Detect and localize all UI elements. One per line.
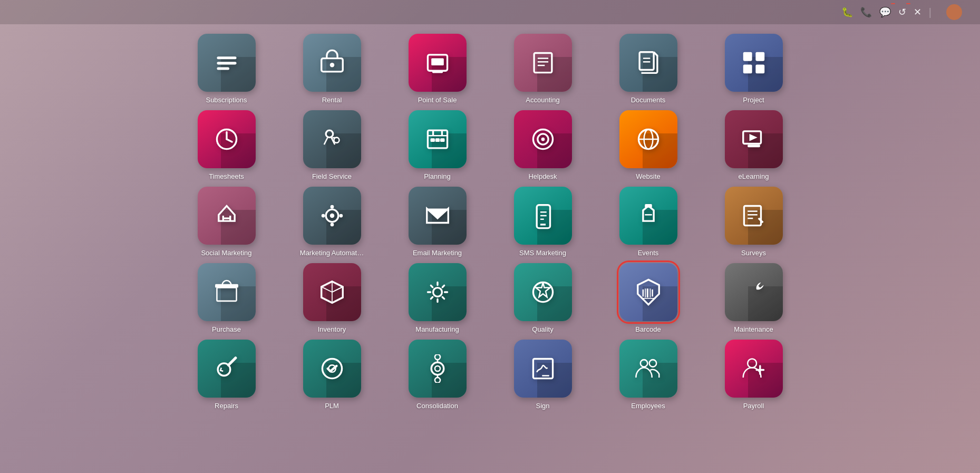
app-label-project: Project — [743, 96, 764, 105]
app-label-events: Events — [638, 249, 659, 258]
svg-point-73 — [433, 287, 442, 296]
chat-icon[interactable]: 💬 — [879, 6, 891, 18]
svg-rect-32 — [435, 138, 439, 142]
svg-rect-31 — [430, 138, 434, 142]
svg-rect-15 — [743, 52, 752, 61]
app-icon-planning — [409, 110, 467, 168]
svg-rect-62 — [744, 206, 761, 225]
app-label-inventory: Inventory — [318, 325, 346, 334]
app-item-elearning[interactable]: eLearning — [706, 110, 801, 181]
app-item-field-service[interactable]: Field Service — [285, 110, 380, 181]
app-label-marketing-automation: Marketing Automat… — [300, 249, 364, 258]
app-label-timesheets: Timesheets — [209, 172, 244, 181]
app-item-inventory[interactable]: Inventory — [285, 263, 380, 334]
app-icon-barcode — [619, 263, 677, 321]
app-item-helpdesk[interactable]: Helpdesk — [496, 110, 590, 181]
app-icon-timesheets — [198, 110, 256, 168]
app-item-accounting[interactable]: Accounting — [496, 34, 590, 105]
svg-line-71 — [332, 287, 343, 292]
svg-point-36 — [541, 138, 545, 141]
app-item-surveys[interactable]: Surveys — [706, 187, 801, 258]
app-item-project[interactable]: Project — [706, 34, 801, 105]
app-item-consolidation[interactable]: Consolidation — [390, 340, 485, 411]
app-icon-accounting — [514, 34, 572, 92]
app-icon-quality — [514, 263, 572, 321]
svg-point-48 — [330, 205, 334, 209]
app-item-payroll[interactable]: Payroll — [706, 340, 801, 411]
svg-marker-41 — [749, 134, 757, 141]
app-icon-employees — [619, 340, 677, 398]
app-item-point-of-sale[interactable]: Point of Sale — [390, 34, 485, 105]
svg-point-22 — [326, 130, 333, 138]
settings-icon[interactable]: ✕ — [914, 6, 921, 18]
app-label-plm: PLM — [325, 402, 339, 411]
app-icon-point-of-sale — [409, 34, 467, 92]
topbar: 🐛 📞 💬 ↺ ✕ | — [0, 0, 980, 24]
app-item-documents[interactable]: Documents — [601, 34, 696, 105]
app-item-email-marketing[interactable]: Email Marketing — [390, 187, 485, 258]
svg-rect-18 — [755, 64, 764, 73]
app-item-subscriptions[interactable]: Subscriptions — [179, 34, 274, 105]
app-label-repairs: Repairs — [215, 402, 238, 411]
app-label-quality: Quality — [532, 325, 553, 334]
app-icon-social-marketing — [198, 187, 256, 245]
app-item-maintenance[interactable]: Maintenance — [706, 263, 801, 334]
app-label-documents: Documents — [631, 96, 666, 105]
app-label-manufacturing: Manufacturing — [415, 325, 459, 334]
app-item-barcode[interactable]: Barcode — [601, 263, 696, 334]
app-label-purchase: Purchase — [212, 325, 241, 334]
app-icon-sms-marketing — [514, 187, 572, 245]
app-icon-website — [619, 110, 677, 168]
app-label-surveys: Surveys — [741, 249, 766, 258]
app-label-email-marketing: Email Marketing — [413, 249, 462, 258]
app-item-purchase[interactable]: Purchase — [179, 263, 274, 334]
app-item-quality[interactable]: Quality — [496, 263, 590, 334]
app-item-sign[interactable]: Sign — [496, 340, 590, 411]
app-icon-inventory — [303, 263, 361, 321]
app-icon-helpdesk — [514, 110, 572, 168]
app-item-events[interactable]: Events — [601, 187, 696, 258]
svg-point-23 — [334, 138, 339, 143]
app-item-timesheets[interactable]: Timesheets — [179, 110, 274, 181]
app-label-subscriptions: Subscriptions — [206, 96, 247, 105]
phone-icon[interactable]: 📞 — [860, 6, 872, 18]
app-label-planning: Planning — [424, 172, 451, 181]
app-item-rental[interactable]: Rental — [285, 34, 380, 105]
app-label-sign: Sign — [536, 402, 549, 411]
app-item-sms-marketing[interactable]: SMS Marketing — [496, 187, 590, 258]
app-item-social-marketing[interactable]: Social Marketing — [179, 187, 274, 258]
app-label-consolidation: Consolidation — [416, 402, 458, 411]
svg-rect-8 — [534, 53, 552, 72]
svg-point-94 — [640, 360, 647, 367]
app-item-employees[interactable]: Employees — [601, 340, 696, 411]
app-icon-project — [725, 34, 783, 92]
svg-point-49 — [330, 223, 334, 226]
svg-rect-60 — [645, 204, 652, 208]
svg-line-70 — [321, 287, 332, 292]
app-item-marketing-automation[interactable]: Marketing Automat… — [285, 187, 380, 258]
app-icon-email-marketing — [409, 187, 467, 245]
app-icon-field-service — [303, 110, 361, 168]
app-label-helpdesk: Helpdesk — [528, 172, 557, 181]
svg-rect-17 — [743, 64, 752, 73]
svg-point-89 — [434, 377, 440, 382]
app-icon-rental — [303, 34, 361, 92]
app-item-plm[interactable]: PLM — [285, 340, 380, 411]
app-label-field-service: Field Service — [312, 172, 352, 181]
svg-rect-2 — [217, 67, 229, 70]
svg-point-95 — [649, 360, 656, 367]
svg-point-96 — [748, 359, 756, 368]
app-item-planning[interactable]: Planning — [390, 110, 485, 181]
bug-icon[interactable]: 🐛 — [841, 6, 853, 18]
svg-rect-33 — [440, 138, 444, 142]
svg-point-47 — [329, 214, 334, 218]
app-item-website[interactable]: Website — [601, 110, 696, 181]
app-icon-repairs — [198, 340, 256, 398]
app-icon-surveys — [725, 187, 783, 245]
app-icon-documents — [619, 34, 677, 92]
app-item-manufacturing[interactable]: Manufacturing — [390, 263, 485, 334]
refresh-icon[interactable]: ↺ — [898, 6, 906, 18]
app-icon-plm — [303, 340, 361, 398]
app-icon-consolidation — [409, 340, 467, 398]
app-item-repairs[interactable]: Repairs — [179, 340, 274, 411]
